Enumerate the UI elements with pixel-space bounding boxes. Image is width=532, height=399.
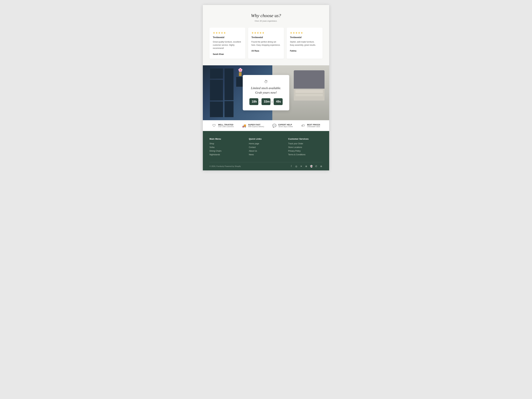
timer-sep-1: : [259,100,260,104]
testimonial-heading-1: Testimonial [251,36,281,39]
testimonial-text-2: Stylish, well-made furniture. Easy assem… [290,40,319,47]
trust-label-0: WELL TRUSTED [218,124,234,126]
footer: Main Menu ShopSofasDining ChairsNightsta… [203,131,329,171]
footer-quick-links: Quick Links Home pageContactAbout UsNews [249,138,283,157]
trust-icon-0: 🛡 [212,124,216,127]
footer-columns: Main Menu ShopSofasDining ChairsNightsta… [209,138,323,162]
footer-link-col2-1[interactable]: Store Locations [288,146,323,148]
testimonial-author-0: Sarah Khan [213,53,242,55]
footer-link-col1-3[interactable]: News [249,153,283,156]
footer-link-col1-0[interactable]: Home page [249,142,283,145]
testimonial-author-2: Fatima [290,50,319,52]
footer-bottom: © 2024, Furniturly Powered by Shopify f◎… [209,162,323,171]
trust-item-1: 🚚 SUPER FAST With Express delivery [242,124,264,128]
stars-0: ★★★★★ [213,31,242,34]
snapchat-icon[interactable]: 👻 [310,165,313,168]
trust-sub-2: Seven days a week [279,126,293,127]
trust-item-2: 💬 EXPERT HELP Seven days a week [272,124,293,128]
footer-link-col0-3[interactable]: Nightstands [209,153,244,156]
trust-label-2: EXPERT HELP [279,124,293,126]
testimonial-card-0: ★★★★★ Testimonial Great quality furnitur… [209,28,245,59]
trust-item-0: 🛡 WELL TRUSTED Over 100k customers [212,124,234,127]
footer-main-menu: Main Menu ShopSofasDining ChairsNightsta… [209,138,244,157]
footer-customer-services: Customer Services Track your OrderStore … [288,138,323,157]
why-subtitle: Over 20 years experience. [209,20,323,22]
testimonial-author-1: Ali Raza [251,50,281,52]
testimonials-grid: ★★★★★ Testimonial Great quality furnitur… [209,28,323,59]
footer-link-col0-1[interactable]: Sofas [209,146,244,148]
trust-text-3: BEST PRICES Unbeatable value [307,124,320,127]
footer-quick-links-title: Quick Links [249,138,283,140]
testimonial-text-1: Found the perfect dining set here. Easy … [251,40,281,47]
footer-link-col2-2[interactable]: Privacy Policy [288,150,323,152]
x-icon[interactable]: ✕ [300,165,303,168]
trust-text-2: EXPERT HELP Seven days a week [279,124,293,127]
why-title: Why choose us? [209,13,323,18]
timer-hours: 18h [249,98,258,105]
page-wrapper: Why choose us? Over 20 years experience.… [203,5,329,171]
timer-card: ⏱ Limited stock available. Grab yours no… [243,75,289,110]
trust-sub-1: With Express delivery [248,126,264,127]
testimonial-card-2: ★★★★★ Testimonial Stylish, well-made fur… [287,28,323,59]
footer-copyright: © 2024, Furniturly Powered by Shopify [209,165,241,167]
trust-icon-1: 🚚 [242,124,247,128]
timer-seconds: 49s [274,98,283,105]
testimonial-heading-2: Testimonial [290,36,319,39]
testimonial-card-1: ★★★★★ Testimonial Found the perfect dini… [248,28,284,59]
banner-section: 🌸 ⏱ Limited stock availa [203,65,329,120]
trust-sub-0: Over 100k customers [218,126,234,127]
timer-sep-2: : [272,100,273,104]
instagram-icon[interactable]: ◎ [295,165,298,168]
footer-link-col2-0[interactable]: Track your Order [288,142,323,145]
trust-text-1: SUPER FAST With Express delivery [248,124,264,127]
footer-customer-services-title: Customer Services [288,138,323,140]
stars-2: ★★★★★ [290,31,319,34]
footer-link-col0-0[interactable]: Shop [209,142,244,145]
trust-icon-2: 💬 [272,124,277,128]
timer-icon: ⏱ [249,80,283,84]
footer-link-col1-1[interactable]: Contact [249,146,283,148]
facebook-icon[interactable]: f [290,165,293,168]
footer-link-col1-2[interactable]: About Us [249,150,283,152]
timer-title: Limited stock available. Grab yours now! [249,86,283,95]
trust-label-3: BEST PRICES [307,124,320,126]
why-section: Why choose us? Over 20 years experience.… [203,5,329,65]
trust-item-3: 🏷 BEST PRICES Unbeatable value [301,124,320,127]
threads-icon[interactable]: ⊗ [320,165,323,168]
footer-link-col2-3[interactable]: Terms & Conditions [288,153,323,156]
footer-link-col0-2[interactable]: Dining Chairs [209,150,244,152]
testimonial-heading-0: Testimonial [213,36,242,39]
trust-label-1: SUPER FAST [248,124,264,126]
pinterest-icon[interactable]: ⊕ [305,165,308,168]
footer-socials: f◎✕⊕👻✆⊗ [290,165,323,168]
trust-text-0: WELL TRUSTED Over 100k customers [218,124,234,127]
timer-minutes: 33m [261,98,271,105]
footer-main-menu-title: Main Menu [209,138,244,140]
timer-display: 18h : 33m : 49s [249,98,283,105]
whatsapp-icon[interactable]: ✆ [315,165,317,168]
trust-sub-3: Unbeatable value [307,126,320,127]
trust-section: 🛡 WELL TRUSTED Over 100k customers 🚚 SUP… [203,120,329,131]
testimonial-text-0: Great quality furniture, excellent custo… [213,40,242,50]
trust-icon-3: 🏷 [301,124,305,127]
stars-1: ★★★★★ [251,31,281,34]
